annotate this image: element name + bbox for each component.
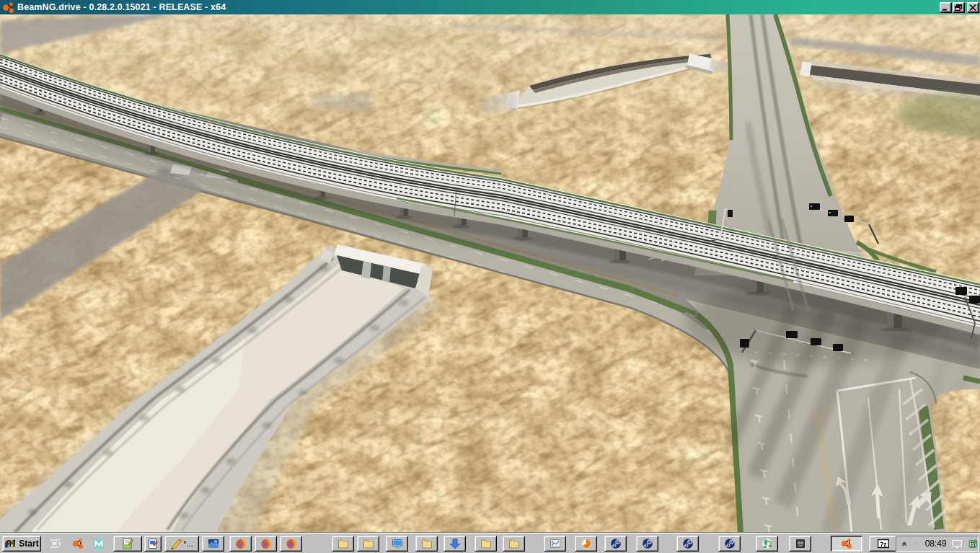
svg-text:7z: 7z [880,541,886,548]
